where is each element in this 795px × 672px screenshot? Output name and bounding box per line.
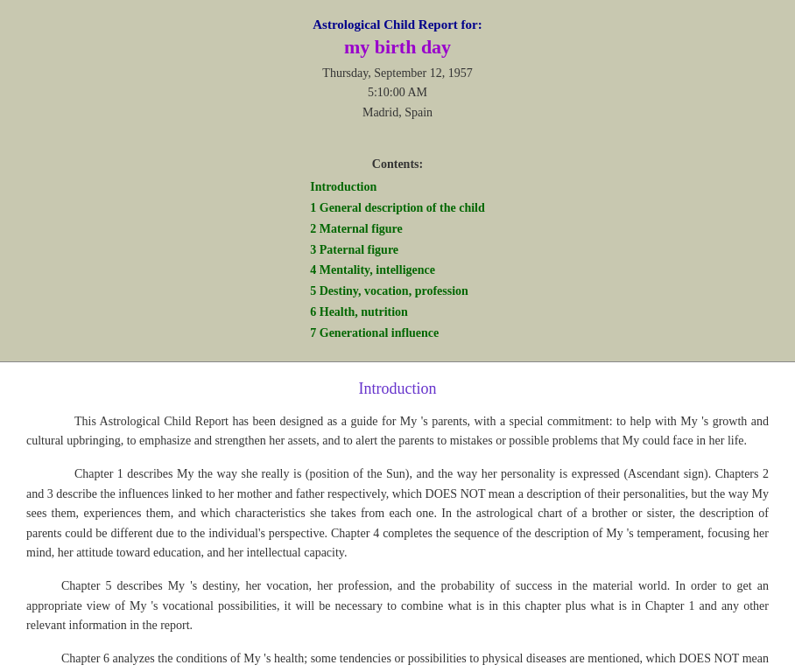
- contents-section: Contents: Introduction 1 General descrip…: [0, 149, 795, 360]
- contents-label: Contents:: [35, 158, 760, 172]
- intro-paragraph-3: Chapter 5 describes My 's destiny, her v…: [26, 577, 769, 635]
- contents-item-5[interactable]: 5 Destiny, vocation, profession: [310, 281, 485, 302]
- contents-item-2[interactable]: 2 Maternal figure: [310, 219, 485, 240]
- intro-paragraph-1: This Astrological Child Report has been …: [26, 412, 769, 452]
- report-name: my birth day: [35, 36, 760, 59]
- main-content: Introduction This Astrological Child Rep…: [0, 362, 795, 672]
- contents-item-3[interactable]: 3 Paternal figure: [310, 240, 485, 261]
- contents-list: Introduction 1 General description of th…: [310, 177, 485, 343]
- contents-item-7[interactable]: 7 Generational influence: [310, 323, 485, 344]
- contents-item-4[interactable]: 4 Mentality, intelligence: [310, 260, 485, 281]
- report-date: Thursday, September 12, 1957 5:10:00 AM …: [35, 64, 760, 122]
- introduction-title: Introduction: [26, 380, 769, 398]
- date-text: Thursday, September 12, 1957: [322, 66, 472, 80]
- header-section: Astrological Child Report for: my birth …: [0, 0, 795, 149]
- intro-paragraph-2: Chapter 1 describes My the way she reall…: [26, 465, 769, 563]
- location-text: Madrid, Spain: [362, 106, 433, 119]
- contents-item-intro[interactable]: Introduction: [310, 177, 485, 198]
- intro-paragraph-4: Chapter 6 analyzes the conditions of My …: [26, 649, 769, 672]
- time-text: 5:10:00 AM: [368, 86, 427, 99]
- contents-item-1[interactable]: 1 General description of the child: [310, 198, 485, 219]
- report-title-label: Astrological Child Report for:: [35, 18, 760, 32]
- contents-item-6[interactable]: 6 Health, nutrition: [310, 302, 485, 323]
